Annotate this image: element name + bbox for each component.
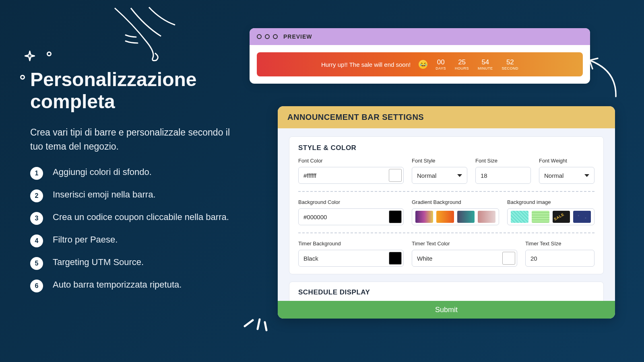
- list-item: 5Targeting UTM Source.: [30, 256, 231, 270]
- card-title: STYLE & COLOR: [298, 144, 594, 152]
- decorative-dashes: [242, 308, 274, 334]
- preview-label: PREVIEW: [283, 33, 312, 40]
- image-swatch[interactable]: [532, 211, 549, 223]
- list-item: 4Filtro per Paese.: [30, 234, 231, 247]
- preview-panel: PREVIEW Hurry up!! The sale will end soo…: [250, 28, 590, 84]
- color-chip-icon[interactable]: [389, 252, 402, 265]
- image-swatch[interactable]: [553, 211, 570, 223]
- decorative-circle: [20, 75, 25, 80]
- timer-text-size-input[interactable]: [525, 250, 594, 267]
- image-swatch[interactable]: [573, 211, 591, 223]
- gradient-swatch[interactable]: [436, 211, 454, 223]
- color-chip-icon[interactable]: [389, 210, 402, 223]
- background-color-label: Background Color: [298, 199, 404, 205]
- font-weight-label: Font Weight: [539, 158, 594, 164]
- list-item: 3Crea un codice coupon cliccabile nella …: [30, 211, 231, 225]
- gradient-background-label: Gradient Background: [412, 199, 499, 205]
- gradient-swatches: [412, 208, 499, 225]
- emoji-icon: 😂: [419, 60, 427, 69]
- font-color-text[interactable]: [299, 167, 385, 183]
- window-dots: [257, 34, 278, 39]
- font-style-select[interactable]: Normal: [412, 167, 467, 184]
- settings-panel: ANNOUNCEMENT BAR SETTIGNS STYLE & COLOR …: [278, 106, 615, 319]
- gradient-swatch[interactable]: [415, 211, 433, 223]
- list-number-badge: 3: [30, 212, 43, 225]
- decorative-swirl: [109, 4, 181, 64]
- list-item: 1Aggiungi colori di sfondo.: [30, 166, 231, 180]
- card-title: SCHEDULE DISPLAY: [298, 288, 594, 296]
- announcement-text: Hurry up!! The sale will end soon!: [321, 61, 411, 68]
- page-title: Personalizzazione completa: [30, 68, 231, 113]
- decorative-circle: [47, 51, 52, 56]
- image-swatch[interactable]: [511, 211, 528, 223]
- font-color-label: Font Color: [298, 158, 404, 164]
- font-color-input[interactable]: [298, 167, 404, 184]
- list-number-badge: 2: [30, 189, 43, 202]
- list-number-badge: 6: [30, 280, 43, 292]
- font-style-label: Font Style: [412, 158, 467, 164]
- gradient-swatch[interactable]: [478, 211, 495, 223]
- list-item: 6Auto barra temporizzata ripetuta.: [30, 279, 231, 292]
- list-number-badge: 5: [30, 257, 43, 270]
- separator: [298, 232, 594, 233]
- feature-list: 1Aggiungi colori di sfondo. 2Inserisci e…: [30, 166, 231, 292]
- preview-header: PREVIEW: [250, 28, 590, 45]
- font-weight-select[interactable]: Normal: [539, 167, 594, 184]
- list-number-badge: 4: [30, 234, 43, 247]
- submit-button[interactable]: Submit: [278, 301, 615, 319]
- announcement-bar-preview: Hurry up!! The sale will end soon! 😂 00D…: [257, 52, 583, 76]
- timer-text-color-label: Timer Text Color: [412, 241, 517, 247]
- background-color-text[interactable]: [299, 209, 385, 225]
- separator: [298, 191, 594, 192]
- decorative-star-icon: [24, 50, 35, 63]
- font-size-label: Font Size: [475, 158, 531, 164]
- style-color-card: STYLE & COLOR Font Color Font Style Norm…: [289, 136, 604, 274]
- timer-text-size-label: Timer Text SIze: [525, 241, 594, 247]
- timer-background-input[interactable]: [298, 250, 404, 267]
- page-subtitle: Crea vari tipi di barre e personalizzale…: [30, 125, 231, 153]
- background-image-label: Background image: [507, 199, 594, 205]
- chevron-down-icon: [584, 174, 589, 177]
- font-size-input[interactable]: [475, 167, 531, 184]
- background-image-swatches: [507, 208, 594, 225]
- settings-header: ANNOUNCEMENT BAR SETTIGNS: [278, 106, 615, 128]
- color-chip-icon[interactable]: [502, 252, 515, 265]
- timer-background-label: Timer Background: [298, 241, 404, 247]
- color-chip-icon[interactable]: [389, 169, 402, 182]
- countdown-timer: 00DAYS 25HOURS 54MINUTE 52SECOND: [436, 58, 518, 70]
- list-number-badge: 1: [30, 167, 43, 180]
- gradient-swatch[interactable]: [457, 211, 475, 223]
- timer-text-color-input[interactable]: [412, 250, 517, 267]
- background-color-input[interactable]: [298, 208, 404, 225]
- list-item: 2Inserisci emoji nella barra.: [30, 189, 231, 202]
- chevron-down-icon: [457, 174, 462, 177]
- timer-background-text[interactable]: [299, 250, 385, 266]
- timer-text-color-text[interactable]: [412, 250, 498, 266]
